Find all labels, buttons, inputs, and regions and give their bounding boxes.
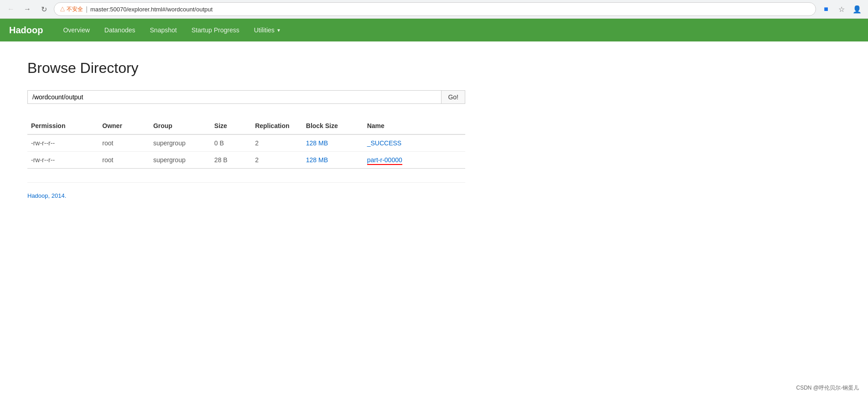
page-title: Browse Directory xyxy=(27,60,520,77)
cell-blocksize-2: 128 MB xyxy=(302,152,364,169)
dropdown-arrow-icon: ▼ xyxy=(276,28,281,33)
browser-chrome: ← → ↻ △ 不安全 | master:50070/explorer.html… xyxy=(0,0,868,19)
cell-permission-2: -rw-r--r-- xyxy=(27,152,99,169)
bookmark-button[interactable]: ☆ xyxy=(835,3,848,15)
table-header: Permission Owner Group Size Replication … xyxy=(27,118,465,134)
reload-button[interactable]: ↻ xyxy=(37,3,50,15)
browser-toolbar: ← → ↻ △ 不安全 | master:50070/explorer.html… xyxy=(0,0,868,18)
col-header-group: Group xyxy=(150,118,211,134)
extensions-button[interactable]: ■ xyxy=(820,3,832,15)
cell-owner-1: root xyxy=(99,134,150,152)
file-link-part[interactable]: part-r-00000 xyxy=(367,156,402,165)
navbar-nav: Overview Datanodes Snapshot Startup Prog… xyxy=(57,23,287,37)
cell-name-1: _SUCCESS xyxy=(364,134,465,152)
cell-group-1: supergroup xyxy=(150,134,211,152)
col-header-size: Size xyxy=(211,118,251,134)
nav-item-utilities: Utilities ▼ xyxy=(248,23,287,37)
profile-button[interactable]: 👤 xyxy=(851,3,863,15)
file-table: Permission Owner Group Size Replication … xyxy=(27,118,465,169)
security-warning: △ 不安全 xyxy=(60,5,83,13)
address-bar[interactable]: △ 不安全 | master:50070/explorer.html#/word… xyxy=(54,2,816,16)
footer: Hadoop, 2014. xyxy=(27,182,465,199)
blocksize-link-1[interactable]: 128 MB xyxy=(306,139,328,147)
cell-blocksize-1: 128 MB xyxy=(302,134,364,152)
back-button[interactable]: ← xyxy=(5,3,17,15)
cell-name-2: part-r-00000 xyxy=(364,152,465,169)
cell-replication-1: 2 xyxy=(251,134,302,152)
cell-size-1: 0 B xyxy=(211,134,251,152)
main-content: Browse Directory Go! Permission Owner Gr… xyxy=(0,41,547,217)
nav-item-overview: Overview xyxy=(57,23,96,37)
address-separator: | xyxy=(86,5,88,13)
col-header-replication: Replication xyxy=(251,118,302,134)
cell-replication-2: 2 xyxy=(251,152,302,169)
nav-link-startup-progress[interactable]: Startup Progress xyxy=(185,23,246,37)
directory-input[interactable] xyxy=(27,90,441,104)
table-body: -rw-r--r-- root supergroup 0 B 2 128 MB … xyxy=(27,134,465,169)
nav-link-overview[interactable]: Overview xyxy=(57,23,96,37)
nav-link-utilities[interactable]: Utilities ▼ xyxy=(248,23,287,37)
nav-item-snapshot: Snapshot xyxy=(144,23,183,37)
address-text: master:50070/explorer.html#/wordcount/ou… xyxy=(90,6,810,13)
navbar-brand[interactable]: Hadoop xyxy=(9,25,43,36)
forward-button[interactable]: → xyxy=(21,3,34,15)
col-header-owner: Owner xyxy=(99,118,150,134)
cell-group-2: supergroup xyxy=(150,152,211,169)
nav-item-datanodes: Datanodes xyxy=(98,23,142,37)
table-row: -rw-r--r-- root supergroup 0 B 2 128 MB … xyxy=(27,134,465,152)
warning-icon: △ xyxy=(60,6,65,12)
directory-form: Go! xyxy=(27,90,465,104)
col-header-blocksize: Block Size xyxy=(302,118,364,134)
col-header-name: Name xyxy=(364,118,465,134)
footer-text: Hadoop, 2014. xyxy=(27,192,66,199)
cell-size-2: 28 B xyxy=(211,152,251,169)
cell-owner-2: root xyxy=(99,152,150,169)
table-row: -rw-r--r-- root supergroup 28 B 2 128 MB… xyxy=(27,152,465,169)
table-header-row: Permission Owner Group Size Replication … xyxy=(27,118,465,134)
col-header-permission: Permission xyxy=(27,118,99,134)
browser-actions: ■ ☆ 👤 xyxy=(820,3,863,15)
nav-link-datanodes[interactable]: Datanodes xyxy=(98,23,142,37)
navbar: Hadoop Overview Datanodes Snapshot Start… xyxy=(0,19,868,41)
blocksize-link-2[interactable]: 128 MB xyxy=(306,156,328,164)
nav-item-startup-progress: Startup Progress xyxy=(185,23,246,37)
nav-link-snapshot[interactable]: Snapshot xyxy=(144,23,183,37)
go-button[interactable]: Go! xyxy=(441,90,465,104)
cell-permission-1: -rw-r--r-- xyxy=(27,134,99,152)
file-link-success[interactable]: _SUCCESS xyxy=(367,139,401,147)
